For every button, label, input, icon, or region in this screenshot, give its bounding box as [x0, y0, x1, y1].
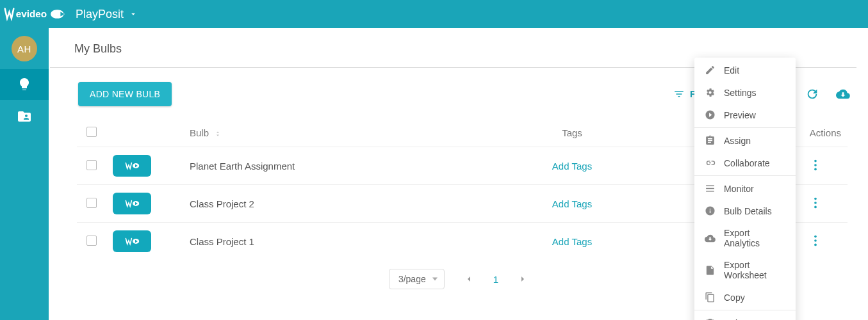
bulb-title[interactable]: Planet Earth Assignment: [183, 147, 489, 185]
menu-item-monitor[interactable]: Monitor: [694, 177, 796, 200]
wevideo-thumb-icon: [124, 160, 141, 172]
more-vert-icon: [808, 158, 823, 172]
bulb-title[interactable]: Class Project 2: [183, 185, 489, 223]
menu-item-export-worksheet[interactable]: Export Worksheet: [694, 254, 796, 286]
bulb-thumbnail[interactable]: [113, 155, 151, 177]
bulb-thumbnail[interactable]: [113, 230, 151, 252]
menu-separator: [694, 175, 796, 176]
menu-item-copy[interactable]: Copy: [694, 286, 796, 308]
menu-item-assign[interactable]: Assign: [694, 129, 796, 152]
cloud-download-icon: [705, 233, 716, 244]
copy-icon: [705, 292, 716, 303]
row-actions-button[interactable]: [808, 158, 823, 172]
row-checkbox[interactable]: [86, 236, 97, 246]
svg-text:evideo: evideo: [16, 8, 47, 19]
cloud-download-icon: [836, 87, 850, 101]
filter-icon: [673, 88, 685, 100]
cloud-download-button[interactable]: [836, 87, 850, 101]
select-all-checkbox[interactable]: [86, 127, 97, 137]
menu-item-collaborate[interactable]: Collaborate: [694, 152, 796, 174]
wevideo-logo-icon: evideo: [4, 5, 69, 23]
menu-item-delete[interactable]: Delete: [694, 312, 796, 320]
svg-point-3: [814, 164, 817, 166]
chevron-down-icon: [129, 10, 138, 19]
refresh-icon: [805, 87, 819, 101]
sidebar-item-folder[interactable]: [0, 101, 49, 132]
menu-item-settings[interactable]: Settings: [694, 81, 796, 104]
brand-dropdown[interactable]: PlayPosit: [76, 8, 138, 21]
svg-point-11: [814, 239, 817, 242]
topbar: evideo PlayPosit: [0, 0, 868, 28]
assignment-icon: [705, 135, 716, 146]
folder-shared-icon: [17, 109, 32, 124]
wevideo-logo[interactable]: evideo: [0, 0, 69, 28]
svg-point-4: [814, 168, 817, 170]
avatar-initials: AH: [17, 44, 31, 54]
column-tags: Tags: [489, 119, 655, 147]
menu-item-preview[interactable]: Preview: [694, 104, 796, 126]
svg-point-12: [814, 243, 817, 246]
sidebar: AH: [0, 28, 49, 320]
svg-point-8: [814, 205, 817, 208]
sort-icon: [214, 130, 222, 138]
menu-separator: [694, 310, 796, 310]
add-tags-link[interactable]: Add Tags: [552, 198, 592, 209]
svg-point-2: [814, 159, 817, 162]
add-tags-link[interactable]: Add Tags: [552, 236, 592, 247]
menu-item-details[interactable]: Bulb Details: [694, 200, 796, 222]
brand-name: PlayPosit: [76, 8, 124, 21]
more-vert-icon: [808, 234, 823, 248]
svg-point-7: [814, 202, 817, 204]
wevideo-thumb-icon: [124, 198, 141, 209]
row-checkbox[interactable]: [86, 160, 97, 170]
row-actions-button[interactable]: [808, 196, 823, 210]
sidebar-item-bulbs[interactable]: [0, 69, 49, 100]
bulb-thumbnail[interactable]: [113, 193, 151, 214]
next-page-button[interactable]: [518, 274, 528, 284]
trash-icon: [705, 317, 716, 320]
page-size-select[interactable]: 3/page: [389, 269, 445, 289]
bulb-title[interactable]: Class Project 1: [183, 223, 489, 260]
list-icon: [705, 183, 716, 194]
more-vert-icon: [808, 196, 823, 210]
refresh-button[interactable]: [805, 87, 819, 101]
add-tags-link[interactable]: Add Tags: [552, 161, 592, 172]
pencil-icon: [705, 65, 716, 76]
gear-icon: [705, 87, 716, 98]
lightbulb-icon: [17, 77, 32, 92]
avatar[interactable]: AH: [12, 36, 37, 61]
column-bulb[interactable]: Bulb: [190, 127, 209, 138]
row-actions-button[interactable]: [808, 234, 823, 248]
page-number[interactable]: 1: [493, 274, 498, 285]
chevron-right-icon: [518, 274, 528, 284]
menu-item-export-analytics[interactable]: Export Analytics: [694, 222, 796, 254]
context-menu: Edit Settings Preview Assign Collaborate…: [694, 58, 796, 320]
svg-point-10: [814, 235, 817, 237]
svg-point-6: [814, 197, 817, 200]
chevron-left-icon: [464, 274, 474, 284]
row-checkbox[interactable]: [86, 198, 97, 208]
menu-item-edit[interactable]: Edit: [694, 59, 796, 81]
prev-page-button[interactable]: [464, 274, 474, 284]
play-circle-icon: [705, 109, 716, 120]
info-icon: [705, 205, 716, 216]
add-new-bulb-button[interactable]: ADD NEW BULB: [78, 82, 172, 106]
wevideo-thumb-icon: [124, 236, 141, 247]
menu-separator: [694, 127, 796, 128]
document-icon: [705, 265, 716, 276]
link-icon: [705, 157, 716, 168]
